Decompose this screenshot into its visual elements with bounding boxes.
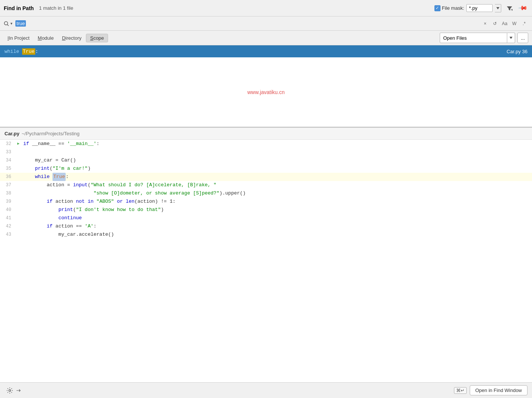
scope-more-button[interactable]: ... — [517, 33, 528, 43]
true-word-highlight: True — [53, 173, 66, 181]
scope-select[interactable]: Open Files — [440, 33, 507, 43]
file-mask-area: ✓ File mask: — [434, 4, 501, 12]
line-gutter-40 — [15, 206, 22, 214]
file-mask-input[interactable] — [466, 4, 493, 12]
line-gutter-41 — [15, 214, 22, 222]
line-gutter-32: ▶ — [15, 140, 22, 148]
code-section: Car.py ~/PycharmProjects/Testing 32 ▶ if… — [0, 128, 532, 382]
line-gutter-33 — [15, 148, 22, 156]
code-line-39: 39 if action not in "ABOS" or len(action… — [0, 198, 532, 206]
regex-button[interactable]: .* — [520, 19, 528, 28]
line-num-33: 33 — [0, 148, 15, 156]
code-line-33: 33 — [0, 148, 532, 156]
clear-search-button[interactable]: × — [481, 19, 489, 28]
line-num-41: 41 — [0, 214, 15, 222]
svg-point-3 — [9, 389, 11, 391]
line-content-43: my_car.accelerate() — [22, 230, 114, 239]
code-line-40: 40 print("I don't know how to do that") — [0, 206, 532, 214]
code-line-37: 37 action = input("What should I do? [A]… — [0, 181, 532, 189]
results-section: while True: Car.py 36 www.javatiku.cn — [0, 45, 532, 128]
pin-icon: 📌 — [518, 3, 528, 13]
file-mask-dropdown[interactable] — [495, 4, 501, 12]
whole-word-button[interactable]: W — [510, 19, 518, 28]
pin-button[interactable]: 📌 — [518, 3, 528, 13]
shortcut-hint: ⌘↵ — [454, 387, 467, 394]
line-content-42: if action == 'A': — [22, 222, 96, 230]
svg-point-1 — [5, 21, 8, 25]
line-content-32: if __name__ == '__main__': — [22, 140, 99, 148]
line-num-34: 34 — [0, 156, 15, 165]
line-content-41: continue — [22, 214, 82, 222]
true-highlight: True — [22, 48, 35, 55]
code-body: 32 ▶ if __name__ == '__main__': 33 34 — [0, 140, 532, 382]
code-line-35: 35 print("I'm a car!") — [0, 165, 532, 173]
line-content-38: "show [O]dometer, or show average [S]pee… — [22, 189, 246, 198]
filter-icon: ▼ — [506, 5, 512, 11]
toolbar-title: Find in Path — [4, 5, 34, 11]
code-filename: Car.py — [5, 131, 20, 136]
bottom-bar: ⌘↵ Open in Find Window — [0, 382, 532, 398]
code-filepath: ~/PycharmProjects/Testing — [22, 131, 80, 136]
tab-in-project[interactable]: IIn Project — [4, 34, 33, 42]
line-num-42: 42 — [0, 222, 15, 230]
code-line-42: 42 if action == 'A': — [0, 222, 532, 230]
line-gutter-42 — [15, 222, 22, 230]
file-mask-label: File mask: — [442, 5, 464, 11]
filter-button[interactable]: ▼ — [504, 3, 515, 13]
file-mask-checkbox-wrapper[interactable]: ✓ File mask: — [434, 5, 464, 11]
result-code-preview: while True: — [5, 49, 506, 54]
scope-arrow-icon — [509, 37, 512, 39]
while-keyword: while — [5, 49, 22, 54]
line-content-34: my_car = Car() — [22, 156, 76, 165]
line-num-43: 43 — [0, 230, 15, 239]
line-gutter-36 — [15, 173, 22, 181]
search-dropdown-arrow: ▼ — [10, 22, 13, 25]
settings-button[interactable] — [5, 385, 15, 396]
match-info: 1 match in 1 file — [39, 5, 73, 11]
file-mask-checkbox[interactable]: ✓ — [434, 5, 440, 11]
settings-arrow-icon — [17, 389, 22, 392]
line-content-39: if action not in "ABOS" or len(action) !… — [22, 198, 176, 206]
line-num-38: 38 — [0, 189, 15, 198]
search-type-dropdown[interactable]: ▼ — [4, 21, 13, 26]
tab-directory[interactable]: Directory — [58, 34, 85, 42]
line-content-36: while True: — [22, 173, 69, 181]
code-line-38: 38 "show [O]dometer, or show average [S]… — [0, 189, 532, 198]
refresh-button[interactable]: ↺ — [491, 19, 499, 28]
line-num-36: 36 — [0, 173, 15, 181]
main-container: Find in Path 1 match in 1 file ✓ File ma… — [0, 0, 532, 398]
search-actions: × ↺ Aa W .* — [481, 19, 528, 28]
search-query-highlight: true — [15, 20, 26, 27]
line-num-32: 32 — [0, 140, 15, 148]
toolbar: Find in Path 1 match in 1 file ✓ File ma… — [0, 0, 532, 16]
result-body: www.javatiku.cn — [0, 57, 532, 127]
svg-text:▼: ▼ — [511, 8, 512, 11]
line-num-35: 35 — [0, 165, 15, 173]
code-line-34: 34 my_car = Car() — [0, 156, 532, 165]
watermark: www.javatiku.cn — [247, 89, 285, 95]
line-content-33 — [22, 148, 23, 156]
result-location: Car.py 36 — [506, 49, 527, 54]
line-content-37: action = input("What should I do? [A]cce… — [22, 181, 216, 189]
scope-dropdown: Open Files ... — [440, 33, 528, 43]
open-find-window-button[interactable]: Open in Find Window — [470, 385, 527, 395]
scope-row: IIn Project Module Directory Scope Open … — [0, 31, 532, 45]
result-header: while True: Car.py 36 — [0, 45, 532, 57]
code-file-header: Car.py ~/PycharmProjects/Testing — [0, 128, 532, 140]
line-gutter-43 — [15, 230, 22, 239]
match-case-button[interactable]: Aa — [500, 19, 509, 28]
colon: : — [35, 49, 38, 54]
code-line-43: 43 my_car.accelerate() — [0, 230, 532, 239]
line-num-40: 40 — [0, 206, 15, 214]
code-line-32: 32 ▶ if __name__ == '__main__': — [0, 140, 532, 148]
line-content-35: print("I'm a car!") — [22, 165, 90, 173]
tab-scope[interactable]: Scope — [86, 34, 108, 42]
line-gutter-38 — [15, 189, 22, 198]
code-line-41: 41 continue — [0, 214, 532, 222]
fold-arrow-32: ▶ — [17, 140, 20, 148]
line-gutter-35 — [15, 165, 22, 173]
tab-module[interactable]: Module — [34, 34, 58, 42]
scope-select-arrow[interactable] — [507, 33, 515, 43]
line-gutter-39 — [15, 198, 22, 206]
code-line-36: 36 while True: — [0, 173, 532, 181]
